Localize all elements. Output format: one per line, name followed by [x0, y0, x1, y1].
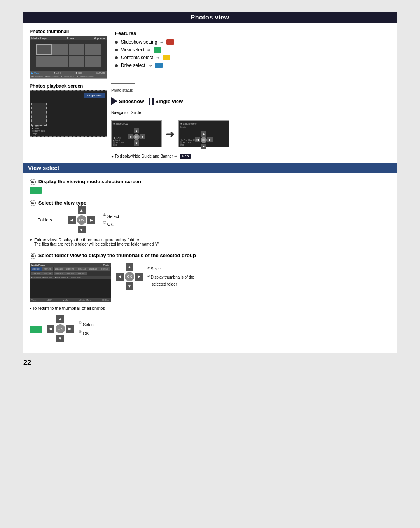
step3-text: Select folder view to display the thumbn… — [38, 253, 196, 258]
folder-cell: 2019/12/09 — [54, 272, 65, 275]
folder-cell: 2019/10/31 — [42, 267, 53, 271]
playback-label: Photos playback screen — [30, 83, 107, 89]
main-container: Photos view Photos thumbnail Media Playe… — [23, 12, 397, 353]
playback-col: Photos playback screen Single view ▶ EXI… — [30, 83, 107, 137]
step3-visual-row: Media Player Photo 2019/11/01 2019/10/31… — [30, 263, 390, 302]
thumbnail-content — [30, 40, 107, 71]
ok-label: OK — [107, 222, 114, 226]
topbar-right: All photos — [93, 37, 105, 40]
dpad-left-bottom: ◀ — [47, 325, 54, 333]
photo-status-col: Photo status Slideshow Single view — [111, 83, 390, 159]
dpad-right-step3: ▶ — [135, 273, 143, 281]
photos-thumbnail-label: Photos thumbnail — [30, 29, 107, 34]
feature-row-drive: Drive select ⇒ — [115, 63, 390, 68]
folder-topbar-photo: Photo — [103, 264, 109, 266]
step1-row: ① Display the viewing mode selection scr… — [30, 179, 390, 195]
page-number: 22 — [23, 359, 397, 367]
sd-card-label: SD Card — [96, 72, 105, 74]
photos-view-section: Photos thumbnail Media Player Photo All … — [23, 23, 397, 163]
select-ok-labels: ① Select ② OK — [103, 212, 119, 228]
feature-drive-label: Drive select — [121, 63, 145, 68]
dpad-up-step3: ▲ — [126, 263, 133, 271]
return-note: • To return to the thumbnail of all phot… — [30, 306, 390, 310]
folders-label: Folders — [38, 218, 52, 222]
view-select-header: View select — [23, 163, 397, 173]
bullet-icon — [115, 41, 118, 44]
dpad-ok-bottom: OK — [56, 324, 65, 333]
folder-view-text: Folder view: Displays the thumbnails gro… — [34, 237, 160, 246]
step2-label: ② Select the view type — [30, 200, 390, 207]
folder-cell: 2019/11/022 — [76, 272, 87, 275]
feature-slideshow-label: Slideshow setting — [121, 39, 157, 45]
nav-box-single: ■ Single view Rotate ▲ ◀ OK ▶ ▼ — [178, 120, 229, 147]
dpad-down-bottom: ▼ — [56, 335, 64, 342]
folder-screen: Media Player Photo 2019/11/01 2019/10/31… — [30, 263, 111, 302]
single-view-badge2: Single view — [149, 98, 183, 105]
feature-row-view: View select ⇒ — [115, 47, 390, 53]
dpad-up: ▲ — [78, 206, 86, 214]
dpad-diagram-bottom: ▲ ▼ ◀ ▶ OK — [47, 315, 74, 342]
nav-box-slideshow-title: ■ Slideshow — [113, 122, 160, 125]
bullet-icon — [115, 56, 118, 59]
topbar-photo: Photo — [67, 37, 74, 40]
bottom-dpad-section: ▲ ▼ ◀ ▶ OK ① Select ② OK — [30, 315, 390, 342]
nav-box-labels2: II/▶ Prev Next EXIT ⬛ RETURN Stop — [180, 139, 197, 146]
view-select-title: View select — [28, 165, 60, 171]
folder-grid: 2019/11/01 2019/10/31 2019/11/07 2019/11… — [30, 267, 111, 276]
slideshow-badge: Slideshow — [111, 97, 144, 105]
dpad-down: ▼ — [78, 226, 86, 233]
circle-2: ② — [30, 200, 36, 206]
bottombar-exit: ● EXIT — [54, 72, 61, 74]
bullet-dot — [30, 239, 32, 241]
dpad-left: ◀ — [68, 216, 76, 224]
red-btn — [166, 39, 174, 45]
thumbnail-bottombar: ▶ View ● EXIT ■ Info SD Card — [30, 71, 107, 75]
features-title: Features — [115, 30, 390, 36]
playback-row: Photos playback screen Single view ▶ EXI… — [30, 83, 390, 159]
page-num-text: 22 — [23, 359, 31, 367]
step3-row: ③ Select folder view to display the thum… — [30, 253, 390, 342]
nav-box-labels1: II/▶ EXIT ● Select ⬛ RETURN Stop — [113, 137, 124, 146]
step3-select-label: Select — [151, 267, 162, 272]
folder-topbar-left: Media Player — [32, 264, 45, 266]
step3-label: ③ Select folder view to display the thum… — [30, 253, 390, 259]
step3-dpad-row: ▲ ▼ ◀ ▶ OK ① Select ② Display thumbnails… — [116, 263, 194, 290]
dpad-diagram: ▲ ▼ ◀ ▶ OK — [68, 206, 95, 233]
photos-thumbnail-col: Photos thumbnail Media Player Photo All … — [30, 29, 107, 79]
dpad-up-bottom: ▲ — [56, 315, 64, 323]
folder-cell: 2019/12/31 — [42, 272, 53, 275]
folder-cell: 2019/11/01 — [31, 267, 42, 271]
arrow-icon: ⇒ — [160, 40, 163, 44]
playback-controls: ▶ EXIT ● Select ⬛ RETURN Stop — [32, 125, 45, 135]
feature-row-contents: Contents select ⇒ — [115, 55, 390, 60]
nav-box-slideshow: ■ Slideshow ▲ ◀ OK ▶ ▼ II/▶ EXIT — [111, 120, 162, 147]
slideshow-label: Slideshow — [119, 98, 144, 104]
feature-view-label: View select — [121, 47, 144, 53]
photo-status-label: Photo status — [111, 88, 390, 93]
select-labels-step3: ① Select ② Display thumbnails of the sel… — [147, 265, 194, 288]
bottom-ok-label: OK — [83, 331, 89, 335]
feature-row-slideshow: Slideshow setting ⇒ — [115, 39, 390, 45]
nav-guide-boxes: ■ Slideshow ▲ ◀ OK ▶ ▼ II/▶ EXIT — [111, 120, 390, 147]
single-view-label: Single view — [155, 98, 183, 104]
folder-cell: 2019/11/22 — [88, 267, 98, 271]
play-icon — [111, 97, 117, 105]
yellow-btn — [163, 55, 170, 60]
nav-guide-label: Navigation Guide — [111, 111, 390, 115]
photos-view-top: Photos thumbnail Media Player Photo All … — [30, 29, 390, 79]
bullet-folder-view: Folder view: Displays the thumbnails gro… — [30, 237, 390, 246]
playback-side-panel — [31, 103, 47, 126]
step2-text: Select the view type — [38, 200, 87, 206]
photos-view-header: Photos view — [23, 12, 397, 23]
single-view-text: Single view — [87, 94, 102, 97]
bullet-icon — [115, 49, 118, 51]
folder-bottombar: View ▲EXIT ■ Info ■ Option Menu SD Card — [30, 298, 111, 302]
view-select-section: ① Display the viewing mode selection scr… — [23, 173, 397, 353]
folder-cell: 2019/10/30 — [65, 272, 76, 275]
step2-content: ② Select the view type Folders ▲ ▼ ◀ ▶ O… — [30, 200, 390, 248]
dpad-left-step3: ◀ — [116, 273, 124, 281]
step1-content: ① Display the viewing mode selection scr… — [30, 179, 141, 195]
topbar-left: Media Player — [32, 37, 47, 40]
folder-bottombar2: ■ Slideshow ■ View Select ■ Drive Select… — [30, 276, 111, 279]
connector-line — [111, 83, 135, 84]
